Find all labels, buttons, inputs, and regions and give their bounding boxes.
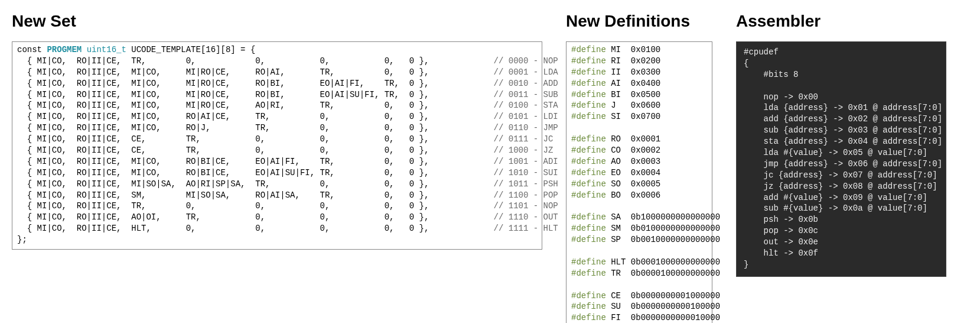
code-assembler: #cpudef{ #bits 8 nop -> 0x00 lda {addres… (736, 41, 946, 277)
column-new-set: New Set const PROGMEM uint16_t UCODE_TEM… (12, 12, 542, 250)
heading-new-definitions: New Definitions (566, 12, 712, 31)
code-new-definitions: #define MI 0x0100#define RI 0x0200#defin… (566, 41, 712, 323)
layout-columns: New Set const PROGMEM uint16_t UCODE_TEM… (12, 12, 968, 323)
heading-new-set: New Set (12, 12, 542, 31)
column-new-definitions: New Definitions #define MI 0x0100#define… (566, 12, 712, 323)
column-assembler: Assembler #cpudef{ #bits 8 nop -> 0x00 l… (736, 12, 946, 277)
heading-assembler: Assembler (736, 12, 946, 31)
code-new-set: const PROGMEM uint16_t UCODE_TEMPLATE[16… (12, 41, 542, 250)
